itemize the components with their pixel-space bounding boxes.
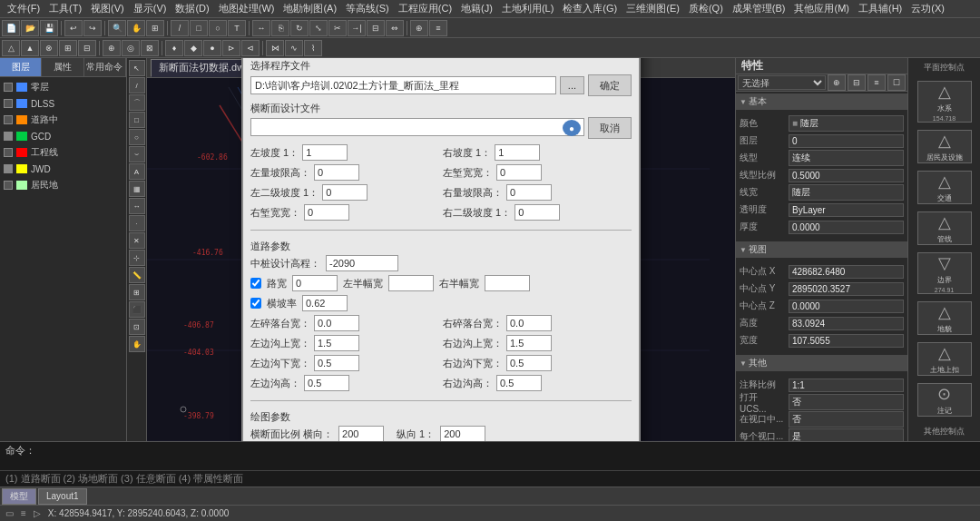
- program-file-input[interactable]: [250, 76, 556, 94]
- cross-v-input[interactable]: [440, 426, 485, 441]
- tb2-1[interactable]: △: [2, 40, 20, 56]
- tool-explode[interactable]: ⊹: [129, 250, 145, 266]
- water-btn[interactable]: △ 水系 154.718: [917, 81, 972, 123]
- tool-point[interactable]: ·: [129, 215, 145, 231]
- left-slope-input[interactable]: [302, 144, 348, 161]
- slope-rate-check[interactable]: [250, 298, 261, 309]
- tb2-10[interactable]: ◆: [184, 40, 202, 56]
- design-elev-input[interactable]: [326, 255, 398, 271]
- model-tab[interactable]: 模型: [2, 488, 36, 505]
- menu-landuse[interactable]: 土地利用(L): [498, 1, 557, 16]
- layer-check-1[interactable]: [4, 83, 13, 92]
- menu-tools2[interactable]: 工具辅(H): [855, 1, 906, 16]
- tool-polyline[interactable]: ⌒: [129, 94, 145, 111]
- geometry-section-header[interactable]: ▼ 视图: [736, 241, 907, 258]
- right-platform-input[interactable]: [506, 315, 552, 331]
- canvas-drawing[interactable]: -602.86 -623.21 -416.76 -406.87 -404.03 …: [147, 78, 735, 441]
- tb2-14[interactable]: ⋈: [266, 40, 284, 56]
- land-btn[interactable]: △ 土地上扣: [917, 342, 972, 376]
- design-file-input[interactable]: [250, 118, 584, 136]
- menu-tools[interactable]: 工具(T): [45, 1, 85, 16]
- right-tb-4[interactable]: ☐: [887, 74, 906, 91]
- list-item[interactable]: 工程线: [2, 144, 124, 161]
- menu-contour[interactable]: 等高线(S): [342, 1, 393, 16]
- tool-select[interactable]: ↖: [129, 60, 145, 76]
- right2-slope-input[interactable]: [322, 184, 368, 201]
- list-item[interactable]: JWD: [2, 161, 124, 177]
- menu-3d[interactable]: 三维测图(E): [622, 1, 683, 16]
- tb2-7[interactable]: ◎: [122, 40, 140, 56]
- tb2-6[interactable]: ⊕: [103, 40, 121, 56]
- tb-copy[interactable]: ⎘: [271, 20, 289, 36]
- list-item[interactable]: 零层: [2, 79, 124, 95]
- road-width-input[interactable]: [292, 275, 338, 291]
- right-tb-1[interactable]: ⊕: [828, 74, 846, 91]
- menu-checkin[interactable]: 检查入库(G): [559, 1, 621, 16]
- tool-hatch[interactable]: ▦: [129, 181, 145, 197]
- menu-quality[interactable]: 质检(Q): [685, 1, 727, 16]
- right-slope-input[interactable]: [495, 144, 540, 161]
- tb-circle[interactable]: ○: [209, 20, 227, 36]
- tb2-5[interactable]: ⊟: [78, 40, 96, 56]
- traffic-btn[interactable]: △ 交通: [917, 171, 972, 204]
- right-ditch-bot-input[interactable]: [506, 355, 552, 371]
- note-btn[interactable]: ⊙ 注记: [917, 383, 972, 417]
- tool-arc[interactable]: ⌣: [129, 146, 145, 162]
- tab-layers[interactable]: 图层: [0, 58, 42, 76]
- tb2-9[interactable]: ♦: [165, 40, 183, 56]
- tb-snap[interactable]: ⊕: [410, 20, 428, 36]
- other-section-header[interactable]: ▼ 其他: [736, 355, 907, 371]
- tb2-12[interactable]: ⊳: [222, 40, 240, 56]
- right-width-input[interactable]: [304, 204, 349, 221]
- confirm-button[interactable]: 确定: [588, 74, 632, 96]
- tool-pan2[interactable]: ✋: [129, 336, 145, 352]
- border-btn[interactable]: ▽ 边界 274.91: [917, 252, 972, 294]
- tb-extend[interactable]: →|: [348, 20, 366, 36]
- tool-erase[interactable]: ✕: [129, 232, 145, 249]
- tb2-8[interactable]: ⊠: [141, 40, 159, 56]
- tb-pan[interactable]: ✋: [127, 20, 145, 36]
- menu-geodraw[interactable]: 地勘制图(A): [279, 1, 340, 16]
- tool-insert[interactable]: ⊞: [129, 284, 145, 300]
- road-width-check[interactable]: [250, 278, 261, 289]
- tb-trim[interactable]: ✂: [328, 20, 347, 36]
- pipeline-btn[interactable]: △ 管线: [917, 211, 972, 245]
- list-item[interactable]: 道路中: [2, 112, 124, 128]
- tab-commands[interactable]: 常用命令: [84, 58, 126, 76]
- tool-line[interactable]: /: [129, 77, 145, 93]
- left-width-input[interactable]: [496, 164, 542, 181]
- tb-layer[interactable]: ≡: [429, 20, 447, 36]
- menu-mapprocess[interactable]: 地图处理(W): [215, 1, 279, 16]
- slope-rate-input[interactable]: [302, 295, 348, 311]
- tool-measure[interactable]: 📏: [129, 267, 145, 283]
- list-item[interactable]: 居民地: [2, 177, 124, 193]
- cross-h-input[interactable]: [338, 426, 384, 441]
- tb-line[interactable]: /: [171, 20, 189, 36]
- tb2-16[interactable]: ⌇: [304, 40, 322, 56]
- layer-check-7[interactable]: [4, 181, 13, 190]
- tb-open[interactable]: 📂: [21, 20, 39, 36]
- menu-cloud[interactable]: 云功(X): [907, 1, 948, 16]
- left-ditch-bot-input[interactable]: [314, 355, 359, 371]
- layer-check-4[interactable]: [4, 132, 13, 141]
- menu-other[interactable]: 其他应用(M): [790, 1, 853, 16]
- tb-rotate[interactable]: ↻: [290, 20, 309, 36]
- tb2-3[interactable]: ⊗: [40, 40, 58, 56]
- filter-select[interactable]: 无选择: [738, 75, 826, 90]
- tb-undo[interactable]: ↩: [64, 20, 83, 36]
- layout1-tab[interactable]: Layout1: [38, 488, 87, 505]
- layer-check-2[interactable]: [4, 99, 13, 108]
- terrain-btn[interactable]: △ 地貌: [917, 301, 972, 335]
- tool-zoom-window[interactable]: ⊡: [129, 319, 145, 335]
- basic-section-header[interactable]: ▼ 基本: [736, 93, 907, 110]
- tb2-15[interactable]: ∿: [285, 40, 303, 56]
- tool-dim[interactable]: ↔: [129, 198, 145, 214]
- right2-slope2-input[interactable]: [514, 204, 560, 221]
- right-ditch-top-input[interactable]: [506, 335, 552, 351]
- right-tb-2[interactable]: ⊟: [848, 74, 866, 91]
- tb2-11[interactable]: ●: [203, 40, 221, 56]
- right-tb-3[interactable]: ≡: [867, 74, 886, 91]
- list-item[interactable]: GCD: [2, 128, 124, 144]
- menu-file[interactable]: 文件(F): [4, 1, 44, 16]
- layer-check-3[interactable]: [4, 115, 13, 124]
